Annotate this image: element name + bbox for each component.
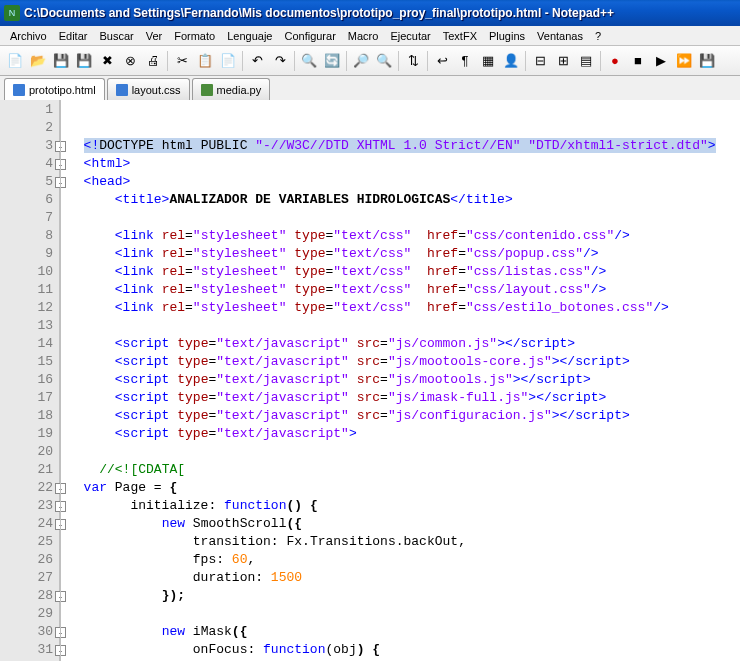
code-token	[68, 156, 84, 171]
menu-configurar[interactable]: Configurar	[278, 28, 341, 44]
code-area[interactable]: <!DOCTYPE html PUBLIC "-//W3C//DTD XHTML…	[60, 100, 740, 661]
code-line[interactable]: <script type="text/javascript" src="js/i…	[68, 390, 740, 408]
code-line[interactable]: var Page = {	[68, 480, 740, 498]
menu-?[interactable]: ?	[589, 28, 607, 44]
code-line[interactable]: <head>	[68, 174, 740, 192]
code-token: "css/estilo_botones.css"	[466, 300, 653, 315]
menu-ventanas[interactable]: Ventanas	[531, 28, 589, 44]
code-line[interactable]: <title>ANALIZADOR DE VARIABLES HIDROLOGI…	[68, 192, 740, 210]
new-file-button[interactable]: 📄	[4, 50, 26, 72]
redo-button[interactable]: ↷	[269, 50, 291, 72]
menu-buscar[interactable]: Buscar	[93, 28, 139, 44]
tab-media-py[interactable]: media.py	[192, 78, 271, 100]
line-number: 15	[0, 354, 59, 372]
find-button[interactable]: 🔍	[298, 50, 320, 72]
tab-prototipo-html[interactable]: prototipo.html	[4, 78, 105, 100]
code-token: <link	[115, 282, 162, 297]
line-number: 17	[0, 390, 59, 408]
code-line[interactable]: <link rel="stylesheet" type="text/css" h…	[68, 282, 740, 300]
unfold-button[interactable]: ⊞	[552, 50, 574, 72]
zoom-out-button[interactable]: 🔍	[373, 50, 395, 72]
play-multi-button[interactable]: ⏩	[673, 50, 695, 72]
code-line[interactable]	[68, 210, 740, 228]
menu-macro[interactable]: Macro	[342, 28, 385, 44]
code-line[interactable]: //<![CDATA[	[68, 462, 740, 480]
stop-button[interactable]: ■	[627, 50, 649, 72]
code-line[interactable]: <script type="text/javascript" src="js/m…	[68, 372, 740, 390]
code-token	[68, 282, 115, 297]
open-file-button[interactable]: 📂	[27, 50, 49, 72]
copy-button[interactable]: 📋	[194, 50, 216, 72]
code-line[interactable]: });	[68, 588, 740, 606]
code-line[interactable]: <link rel="stylesheet" type="text/css" h…	[68, 228, 740, 246]
code-line[interactable]	[68, 120, 740, 138]
save-button[interactable]: 💾	[50, 50, 72, 72]
menu-archivo[interactable]: Archivo	[4, 28, 53, 44]
code-line[interactable]: <script type="text/javascript" src="js/c…	[68, 336, 740, 354]
code-line[interactable]: <!DOCTYPE html PUBLIC "-//W3C//DTD XHTML…	[68, 138, 740, 156]
show-chars-button[interactable]: ¶	[454, 50, 476, 72]
record-button[interactable]: ●	[604, 50, 626, 72]
menu-formato[interactable]: Formato	[168, 28, 221, 44]
play-button[interactable]: ▶	[650, 50, 672, 72]
cut-button[interactable]: ✂	[171, 50, 193, 72]
code-token: () {	[286, 498, 317, 513]
close-all-button[interactable]: ⊗	[119, 50, 141, 72]
code-line[interactable]	[68, 102, 740, 120]
code-token: <script	[115, 390, 177, 405]
close-file-button[interactable]: ✖	[96, 50, 118, 72]
code-line[interactable]	[68, 318, 740, 336]
code-token: href	[427, 246, 458, 261]
sync-button[interactable]: ⇅	[402, 50, 424, 72]
code-token: .	[302, 534, 310, 549]
undo-button[interactable]: ↶	[246, 50, 268, 72]
code-line[interactable]: <script type="text/javascript" src="js/m…	[68, 354, 740, 372]
hide-button[interactable]: ▤	[575, 50, 597, 72]
code-token: ,	[247, 552, 255, 567]
code-line[interactable]: initialize: function() {	[68, 498, 740, 516]
indent-guide-button[interactable]: ▦	[477, 50, 499, 72]
code-token: "DTD/xhtml1-strict.dtd"	[528, 138, 707, 153]
tab-layout-css[interactable]: layout.css	[107, 78, 190, 100]
print-button[interactable]: 🖨	[142, 50, 164, 72]
zoom-in-button[interactable]: 🔎	[350, 50, 372, 72]
save-all-button[interactable]: 💾	[73, 50, 95, 72]
code-token: >	[349, 426, 357, 441]
code-line[interactable]	[68, 444, 740, 462]
menu-editar[interactable]: Editar	[53, 28, 94, 44]
code-token: "text/css"	[333, 282, 411, 297]
user-lang-button[interactable]: 👤	[500, 50, 522, 72]
wordwrap-button[interactable]: ↩	[431, 50, 453, 72]
line-numbers: 123-4-5-678910111213141516171819202122-2…	[0, 100, 60, 661]
line-number: 26	[0, 552, 59, 570]
code-token	[68, 624, 162, 639]
code-line[interactable]: new iMask({	[68, 624, 740, 642]
menu-plugins[interactable]: Plugins	[483, 28, 531, 44]
replace-button[interactable]: 🔄	[321, 50, 343, 72]
code-token: >	[622, 354, 630, 369]
code-line[interactable]: <link rel="stylesheet" type="text/css" h…	[68, 264, 740, 282]
code-token: var	[84, 480, 107, 495]
code-line[interactable]: fps: 60,	[68, 552, 740, 570]
code-line[interactable]	[68, 606, 740, 624]
code-line[interactable]: onFocus: function(obj) {	[68, 642, 740, 660]
fold-button[interactable]: ⊟	[529, 50, 551, 72]
menu-lenguaje[interactable]: Lenguaje	[221, 28, 278, 44]
code-line[interactable]: transition: Fx.Transitions.backOut,	[68, 534, 740, 552]
menu-ver[interactable]: Ver	[140, 28, 169, 44]
editor-area[interactable]: 123-4-5-678910111213141516171819202122-2…	[0, 100, 740, 661]
menu-textfx[interactable]: TextFX	[437, 28, 483, 44]
code-token: ></	[497, 336, 520, 351]
window-titlebar[interactable]: N C:\Documents and Settings\Fernando\Mis…	[0, 0, 740, 26]
paste-button[interactable]: 📄	[217, 50, 239, 72]
code-line[interactable]: <link rel="stylesheet" type="text/css" h…	[68, 300, 740, 318]
code-line[interactable]: <script type="text/javascript" src="js/c…	[68, 408, 740, 426]
menu-ejecutar[interactable]: Ejecutar	[384, 28, 436, 44]
code-line[interactable]: <html>	[68, 156, 740, 174]
save-macro-button[interactable]: 💾	[696, 50, 718, 72]
code-line[interactable]: duration: 1500	[68, 570, 740, 588]
code-line[interactable]: <link rel="stylesheet" type="text/css" h…	[68, 246, 740, 264]
code-line[interactable]: <script type="text/javascript">	[68, 426, 740, 444]
code-line[interactable]: new SmoothScroll({	[68, 516, 740, 534]
code-token: new	[162, 516, 185, 531]
